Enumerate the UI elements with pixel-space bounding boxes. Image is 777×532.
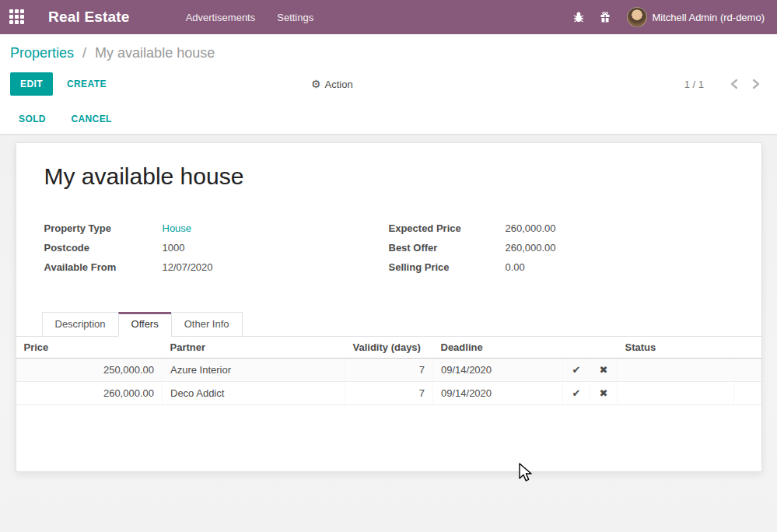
offer-row-deco-addict[interactable]: 260,000.00 Deco Addict 7 09/14/2020 ✔ ✖ bbox=[16, 382, 761, 405]
form-statusbar: SOLD CANCEL bbox=[0, 103, 777, 135]
pager-next-icon[interactable] bbox=[747, 75, 765, 93]
property-type-link[interactable]: House bbox=[163, 219, 192, 238]
field-group-left: Property Type House Postcode 1000 Availa… bbox=[44, 219, 389, 277]
offer-status bbox=[618, 382, 734, 405]
tab-offers[interactable]: Offers bbox=[118, 312, 172, 337]
apps-menu-icon[interactable] bbox=[9, 9, 25, 25]
field-property-type: Property Type House bbox=[44, 219, 389, 238]
field-expected-price: Expected Price 260,000.00 bbox=[389, 219, 733, 238]
breadcrumb-bar: Properties / My available house bbox=[0, 34, 777, 66]
available-from-value: 12/07/2020 bbox=[163, 257, 213, 277]
user-menu[interactable]: Mitchell Admin (rd-demo) bbox=[653, 12, 765, 23]
offer-partner[interactable]: Deco Addict bbox=[163, 382, 345, 405]
field-label: Best Offer bbox=[389, 238, 506, 257]
field-selling-price: Selling Price 0.00 bbox=[389, 257, 733, 277]
column-header-filler bbox=[734, 337, 761, 359]
column-header-status[interactable]: Status bbox=[618, 337, 734, 359]
breadcrumb-current: My available house bbox=[95, 45, 215, 61]
property-title: My available house bbox=[44, 163, 733, 190]
postcode-value: 1000 bbox=[163, 238, 185, 257]
accept-offer-icon[interactable]: ✔ bbox=[563, 382, 590, 405]
notebook-tabs: Description Offers Other Info bbox=[42, 312, 761, 337]
field-groups: Property Type House Postcode 1000 Availa… bbox=[44, 219, 733, 277]
nav-item-settings[interactable]: Settings bbox=[266, 2, 324, 33]
field-label: Available From bbox=[44, 257, 163, 277]
field-best-offer: Best Offer 260,000.00 bbox=[389, 238, 733, 257]
expected-price-value: 260,000.00 bbox=[506, 219, 556, 238]
sold-button[interactable]: SOLD bbox=[19, 114, 46, 124]
user-avatar[interactable] bbox=[627, 7, 647, 27]
offer-validity[interactable]: 7 bbox=[345, 382, 433, 405]
create-button[interactable]: CREATE bbox=[67, 79, 107, 89]
column-header-partner[interactable]: Partner bbox=[163, 337, 345, 359]
selling-price-value: 0.00 bbox=[506, 257, 525, 277]
top-navbar: Real Estate Advertisements Settings Mitc… bbox=[0, 0, 777, 34]
tab-other-info[interactable]: Other Info bbox=[171, 312, 243, 337]
edit-button[interactable]: EDIT bbox=[10, 72, 53, 96]
breadcrumb: Properties / My available house bbox=[10, 45, 215, 61]
pager-count: 1 / 1 bbox=[684, 79, 704, 90]
nav-item-advertisements[interactable]: Advertisements bbox=[175, 2, 267, 33]
breadcrumb-properties-link[interactable]: Properties bbox=[10, 45, 74, 61]
offer-status bbox=[618, 359, 734, 382]
offer-deadline[interactable]: 09/14/2020 bbox=[433, 382, 563, 405]
gear-icon: ⚙ bbox=[311, 78, 321, 90]
cancel-button[interactable]: CANCEL bbox=[71, 114, 111, 124]
offer-price[interactable]: 260,000.00 bbox=[16, 382, 163, 405]
app-brand[interactable]: Real Estate bbox=[48, 9, 130, 26]
field-label: Expected Price bbox=[389, 219, 506, 238]
offer-partner[interactable]: Azure Interior bbox=[163, 359, 345, 382]
field-label: Postcode bbox=[44, 238, 163, 257]
column-header-deadline[interactable]: Deadline bbox=[433, 337, 563, 359]
column-header-refuse bbox=[590, 337, 618, 359]
field-group-right: Expected Price 260,000.00 Best Offer 260… bbox=[389, 219, 733, 277]
control-panel: EDIT CREATE ⚙ Action 1 / 1 bbox=[0, 66, 777, 103]
breadcrumb-separator: / bbox=[78, 45, 91, 61]
property-form-sheet: My available house Property Type House P… bbox=[16, 142, 762, 472]
column-header-validity[interactable]: Validity (days) bbox=[345, 337, 433, 359]
column-header-accept bbox=[563, 337, 590, 359]
refuse-offer-icon[interactable]: ✖ bbox=[590, 382, 618, 405]
action-menu-button[interactable]: ⚙ Action bbox=[311, 78, 353, 90]
refuse-offer-icon[interactable]: ✖ bbox=[590, 359, 618, 382]
gift-icon[interactable] bbox=[599, 11, 611, 23]
offers-table: Price Partner Validity (days) Deadline S… bbox=[16, 337, 761, 405]
field-available-from: Available From 12/07/2020 bbox=[44, 257, 389, 277]
best-offer-value: 260,000.00 bbox=[506, 238, 556, 257]
form-view-background: My available house Property Type House P… bbox=[0, 135, 777, 532]
offer-row-azure-interior[interactable]: 250,000.00 Azure Interior 7 09/14/2020 ✔… bbox=[16, 359, 761, 382]
accept-offer-icon[interactable]: ✔ bbox=[563, 359, 590, 382]
offer-price[interactable]: 250,000.00 bbox=[16, 359, 163, 382]
action-menu-label: Action bbox=[325, 79, 353, 90]
offer-deadline[interactable]: 09/14/2020 bbox=[433, 359, 563, 382]
pager: 1 / 1 bbox=[684, 75, 765, 93]
field-postcode: Postcode 1000 bbox=[44, 238, 389, 257]
pager-previous-icon[interactable] bbox=[726, 75, 743, 93]
field-label: Selling Price bbox=[389, 257, 506, 277]
tab-description[interactable]: Description bbox=[42, 312, 119, 337]
debug-bug-icon[interactable] bbox=[572, 11, 585, 23]
column-header-price[interactable]: Price bbox=[16, 337, 163, 359]
field-label: Property Type bbox=[44, 219, 163, 238]
offers-header-row: Price Partner Validity (days) Deadline S… bbox=[16, 337, 761, 359]
offer-validity[interactable]: 7 bbox=[345, 359, 433, 382]
navbar-right: Mitchell Admin (rd-demo) bbox=[558, 7, 765, 27]
